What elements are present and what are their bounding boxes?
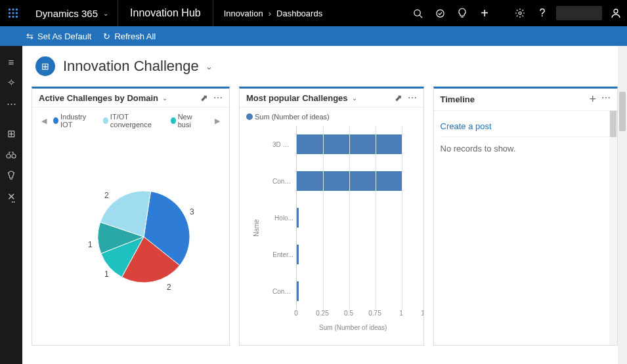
breadcrumb-item[interactable]: Dashboards (276, 9, 322, 18)
x-tick: 0.25 (316, 310, 328, 317)
card-title: Active Challenges by Domain (39, 93, 158, 103)
pie-legend: ◀ Industry IOT IT/OT convergence New bus… (39, 113, 223, 129)
product-switcher[interactable]: Dynamics 365 ⌄ (26, 0, 118, 26)
command-bar: ⇆ Set As Default ↻ Refresh All (0, 26, 627, 46)
pie-data-label: 1 (104, 270, 109, 279)
refresh-all-button[interactable]: ↻ Refresh All (103, 31, 156, 41)
cmd-label: Refresh All (114, 31, 156, 41)
bar-category-label: Holo... (272, 214, 296, 222)
add-icon[interactable]: + (589, 92, 596, 106)
side-rail: ≡ ✧ ⋯ ⊞ ✕̤ (0, 46, 22, 364)
svg-line-10 (420, 15, 422, 18)
help-icon[interactable]: ? (531, 0, 553, 26)
svg-rect-7 (12, 16, 14, 18)
rail-item-lightbulb-icon[interactable] (0, 165, 22, 186)
bar-legend: Sum (Number of ideas) (246, 113, 417, 121)
spacer (496, 0, 509, 26)
more-icon[interactable]: ⋯ (601, 92, 611, 106)
svg-point-15 (7, 154, 11, 158)
page-scrollbar-thumb[interactable] (619, 92, 626, 131)
chevron-down-icon[interactable]: ⌄ (352, 94, 357, 102)
add-icon[interactable]: + (473, 0, 496, 26)
svg-rect-0 (9, 9, 11, 10)
svg-rect-6 (9, 16, 11, 18)
legend-item[interactable]: Industry IOT (53, 113, 93, 129)
pie-chart: 3 2 1 1 2 (39, 142, 223, 338)
x-tick: 1 (399, 310, 403, 317)
user-avatar-icon[interactable] (605, 0, 627, 26)
product-name: Dynamics 365 (35, 8, 98, 19)
main-content: ⊞ Innovation Challenge ⌄ Active Challeng… (22, 46, 627, 364)
app-launcher-icon[interactable] (0, 0, 26, 26)
legend-swatch (246, 113, 253, 120)
legend-item[interactable]: IT/OT convergence (103, 113, 160, 129)
top-tools: + ? (406, 0, 627, 26)
breadcrumb-item[interactable]: Innovation (224, 9, 263, 18)
hub-name[interactable]: Innovation Hub (118, 0, 213, 26)
more-icon[interactable]: ⋯ (0, 93, 22, 114)
card-title: Timeline (441, 94, 475, 104)
pie-data-label: 2 (167, 283, 171, 292)
user-name-redacted (556, 6, 602, 20)
y-axis-label: Name (253, 219, 260, 237)
svg-point-13 (519, 12, 521, 14)
x-tick: 0.75 (368, 310, 381, 317)
legend-item[interactable]: New busi (171, 113, 202, 129)
svg-rect-4 (12, 12, 14, 14)
legend-swatch (53, 117, 58, 124)
bar-category-label: 3D Pri... (272, 141, 296, 148)
chevron-down-icon: ⌄ (103, 10, 108, 17)
svg-rect-5 (16, 12, 18, 14)
rail-item-binoculars-icon[interactable] (0, 144, 22, 165)
bar-area (296, 199, 410, 236)
gear-icon[interactable] (509, 0, 531, 26)
top-nav-bar: Dynamics 365 ⌄ Innovation Hub Innovation… (0, 0, 627, 26)
expand-icon[interactable]: ⬈ (200, 92, 208, 103)
cmd-label: Set As Default (37, 31, 91, 41)
page-title: Innovation Challenge (63, 58, 199, 75)
create-post-link[interactable]: Create a post (441, 116, 611, 137)
bar (297, 208, 299, 228)
card-title: Most popular Challenges (246, 93, 348, 103)
more-icon[interactable]: ⋯ (408, 92, 417, 103)
rail-item-tools-icon[interactable]: ✕̤ (0, 186, 22, 207)
expand-icon[interactable]: ⬈ (395, 92, 402, 103)
card-active-challenges: Active Challenges by Domain ⌄ ⬈ ⋯ ◀ Indu… (32, 87, 230, 346)
task-icon[interactable] (429, 0, 451, 26)
pie-data-label: 2 (104, 191, 109, 200)
bar-area (296, 273, 410, 310)
svg-rect-2 (16, 9, 18, 10)
scrollbar-thumb[interactable] (610, 111, 616, 137)
page-header: ⊞ Innovation Challenge ⌄ (22, 46, 627, 87)
page-scrollbar-track[interactable] (618, 46, 627, 364)
x-tick: 0 (294, 310, 298, 317)
menu-toggle-icon[interactable]: ≡ (0, 51, 22, 72)
x-tick: 1.25 (421, 310, 423, 317)
card-popular-challenges: Most popular Challenges ⌄ ⬈ ⋯ Sum (Numbe… (239, 87, 424, 346)
scrollbar-track[interactable] (609, 111, 617, 345)
x-tick: 0.5 (344, 310, 353, 317)
card-timeline: Timeline + ⋯ Create a post No records to… (433, 87, 618, 346)
chevron-right-icon: › (269, 9, 271, 18)
bar-category-label: Enter... (272, 251, 296, 258)
more-icon[interactable]: ⋯ (213, 92, 223, 103)
legend-next-icon[interactable]: ▶ (212, 117, 223, 125)
rail-item-1-icon[interactable]: ✧ (0, 72, 22, 93)
legend-prev-icon[interactable]: ◀ (39, 117, 49, 125)
bar-chart: Name 3D Pri...Conn...Holo...Enter...Conn… (272, 126, 410, 323)
svg-rect-1 (12, 9, 14, 10)
chevron-down-icon[interactable]: ⌄ (162, 94, 167, 102)
search-icon[interactable] (406, 0, 429, 26)
bar-area (296, 163, 410, 199)
rail-item-dashboards-icon[interactable]: ⊞ (0, 123, 22, 144)
bar (297, 245, 299, 264)
breadcrumb: Innovation › Dashboards (213, 9, 322, 18)
page-selector-chevron-icon[interactable]: ⌄ (205, 62, 213, 71)
svg-line-18 (8, 172, 9, 173)
legend-swatch (171, 117, 176, 124)
bar-category-label: Conn... (272, 178, 296, 185)
lightbulb-icon[interactable] (451, 0, 473, 26)
svg-line-19 (14, 172, 14, 173)
svg-point-9 (414, 9, 420, 15)
set-as-default-button[interactable]: ⇆ Set As Default (26, 31, 91, 41)
